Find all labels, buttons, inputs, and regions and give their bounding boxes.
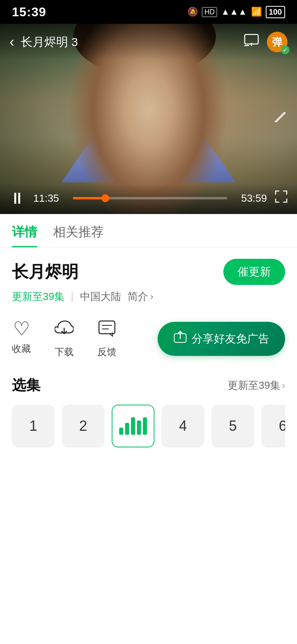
player-top-left: ‹ 长月烬明 3 <box>10 34 78 50</box>
episode-num-6: 6 <box>279 418 285 434</box>
episode-section: 选集 更新至39集 › 1 2 <box>0 366 297 459</box>
bar-5 <box>143 417 147 435</box>
episode-item-1[interactable]: 1 <box>12 405 55 447</box>
tab-detail[interactable]: 详情 <box>12 224 37 247</box>
bar-1 <box>119 428 123 435</box>
progress-fill <box>73 197 105 199</box>
meta-divider-1: | <box>71 290 74 303</box>
player-title: 长月烬明 3 <box>21 34 78 50</box>
episode-num-2: 2 <box>79 418 87 434</box>
share-button[interactable]: 分享好友免广告 <box>158 322 285 356</box>
intro-link[interactable]: 简介 › <box>128 290 153 304</box>
wifi-icon: 📶 <box>251 7 262 17</box>
player-bottom-bar: ⏸ 11:35 53:59 <box>0 184 297 214</box>
episode-header: 选集 更新至39集 › <box>12 376 285 395</box>
favorite-label: 收藏 <box>12 342 31 355</box>
download-button[interactable]: 下载 <box>55 319 74 358</box>
episode-num-5: 5 <box>229 418 237 434</box>
status-time: 15:39 <box>12 5 46 19</box>
danmu-button[interactable]: 弹 ✓ <box>267 32 287 52</box>
content-area: 详情 相关推荐 长月烬明 催更新 更新至39集 | 中国大陆 简介 › ♡ 收藏 <box>0 214 297 644</box>
mute-icon: 🔕 <box>187 7 198 17</box>
favorite-icon: ♡ <box>13 319 30 338</box>
svg-rect-3 <box>99 321 115 334</box>
episode-more-arrow: › <box>282 380 285 391</box>
show-title-row: 长月烬明 催更新 <box>12 259 285 285</box>
episode-item-6[interactable]: 6 <box>261 405 285 447</box>
page-spacer <box>0 459 297 644</box>
favorite-button[interactable]: ♡ 收藏 <box>12 319 31 355</box>
progress-bar[interactable] <box>73 197 227 199</box>
total-time: 53:59 <box>235 192 267 204</box>
video-player[interactable]: ‹ 长月烬明 3 弹 ✓ ⏸ 1 <box>0 24 297 214</box>
episode-item-5[interactable]: 5 <box>211 405 254 447</box>
play-pause-button[interactable]: ⏸ <box>10 190 25 206</box>
action-row: ♡ 收藏 下载 <box>0 311 297 366</box>
episode-bars <box>119 417 147 435</box>
danmu-check: ✓ <box>281 46 289 54</box>
share-icon <box>173 331 187 347</box>
feedback-button[interactable]: 反馈 <box>97 319 116 358</box>
player-top-bar: ‹ 长月烬明 3 弹 ✓ <box>0 24 297 60</box>
svg-rect-0 <box>245 34 258 44</box>
tab-bar: 详情 相关推荐 <box>0 214 297 248</box>
episode-item-4[interactable]: 4 <box>162 405 204 447</box>
edit-button[interactable] <box>273 110 287 128</box>
episode-item-2[interactable]: 2 <box>62 405 105 447</box>
cast-button[interactable] <box>244 34 259 50</box>
bar-2 <box>125 423 129 435</box>
progress-thumb <box>101 194 109 202</box>
show-region: 中国大陆 <box>80 290 121 304</box>
urge-button[interactable]: 催更新 <box>223 259 285 285</box>
battery-indicator: 100 <box>266 6 285 18</box>
show-title: 长月烬明 <box>12 261 78 283</box>
download-label: 下载 <box>55 346 74 358</box>
show-info: 长月烬明 催更新 更新至39集 | 中国大陆 简介 › <box>0 248 297 311</box>
hd-label: HD <box>202 7 217 17</box>
download-icon <box>55 319 74 342</box>
intro-arrow: › <box>150 292 153 302</box>
episode-num-1: 1 <box>29 418 37 434</box>
intro-label: 简介 <box>128 290 148 304</box>
back-button[interactable]: ‹ <box>10 35 14 49</box>
episode-more-link[interactable]: 更新至39集 › <box>228 378 285 392</box>
fullscreen-button[interactable] <box>275 190 287 206</box>
player-controls: ⏸ 11:35 53:59 <box>10 190 287 206</box>
signal-icon: ▲▲▲ <box>221 7 247 17</box>
action-buttons: ♡ 收藏 下载 <box>12 319 116 358</box>
episode-count: 更新至39集 <box>12 290 65 304</box>
current-time: 11:35 <box>33 192 65 204</box>
bar-4 <box>137 420 141 435</box>
episode-more-label: 更新至39集 <box>228 378 280 392</box>
episode-item-3[interactable] <box>112 405 154 447</box>
status-icons: 🔕 HD ▲▲▲ 📶 100 <box>187 6 285 18</box>
danmu-char: 弹 <box>272 35 282 49</box>
feedback-icon <box>97 319 116 342</box>
status-bar: 15:39 🔕 HD ▲▲▲ 📶 100 <box>0 0 297 24</box>
episode-title: 选集 <box>12 376 40 395</box>
tab-related[interactable]: 相关推荐 <box>53 224 104 247</box>
share-label: 分享好友免广告 <box>192 331 269 346</box>
battery-level: 100 <box>269 8 282 17</box>
show-meta: 更新至39集 | 中国大陆 简介 › <box>12 290 285 304</box>
episode-grid: 1 2 4 5 <box>12 405 285 447</box>
episode-num-4: 4 <box>179 418 187 434</box>
player-top-right: 弹 ✓ <box>244 32 287 52</box>
feedback-label: 反馈 <box>97 346 116 358</box>
bar-3 <box>131 417 135 435</box>
